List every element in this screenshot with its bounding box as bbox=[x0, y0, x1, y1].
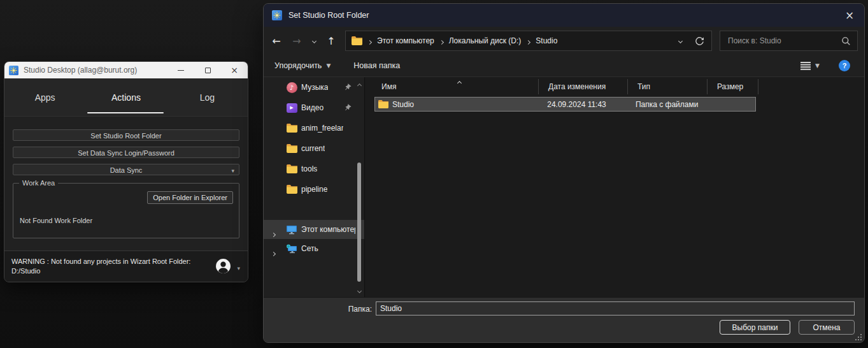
set-studio-root-folder-button[interactable]: Set Studio Root Folder bbox=[13, 129, 239, 141]
column-header-modified[interactable]: Дата изменения bbox=[539, 79, 628, 94]
studio-status-bar: WARNING : Not found any projects in Wiza… bbox=[4, 250, 248, 282]
open-folder-in-explorer-button[interactable]: Open Folder in Explorer bbox=[147, 191, 233, 204]
file-type: Папка с файлами bbox=[626, 98, 705, 111]
dialog-main-area: ♪ Музыка ▶ Видео anim_freelance_ current bbox=[264, 77, 864, 297]
chevron-down-icon: ▼ bbox=[326, 62, 331, 69]
music-icon: ♪ bbox=[286, 82, 297, 92]
network-icon bbox=[286, 243, 297, 254]
chevron-down-icon: ▾ bbox=[231, 166, 234, 176]
work-area-title: Work Area bbox=[19, 179, 58, 187]
work-area-status: Not Found Work Folder bbox=[20, 217, 92, 224]
address-bar[interactable]: Этот компьютер Локальный диск (D:) Studi… bbox=[345, 31, 712, 51]
folder-icon bbox=[286, 184, 297, 194]
data-sync-dropdown[interactable]: Data Sync▾ bbox=[13, 164, 239, 175]
work-area-group: Work Area Open Folder in Explorer Not Fo… bbox=[13, 183, 239, 238]
dialog-footer: Папка: Выбор папки Отмена bbox=[264, 297, 864, 342]
column-header-name[interactable]: Имя bbox=[365, 79, 539, 94]
scrollbar-thumb[interactable] bbox=[357, 163, 361, 282]
breadcrumb-separator-icon bbox=[527, 35, 530, 47]
file-name: Studio bbox=[392, 100, 414, 109]
chevron-right-icon[interactable] bbox=[272, 247, 275, 258]
minimize-button[interactable] bbox=[167, 62, 194, 78]
column-headers: Имя Дата изменения Тип Размер bbox=[365, 79, 758, 94]
column-header-type[interactable]: Тип bbox=[628, 79, 708, 94]
user-avatar-icon[interactable] bbox=[215, 258, 231, 274]
close-button[interactable]: × bbox=[221, 62, 248, 78]
cancel-button[interactable]: Отмена bbox=[799, 320, 855, 335]
address-dropdown-button[interactable] bbox=[671, 31, 690, 50]
file-size bbox=[705, 98, 755, 111]
studio-tabs: Apps Actions Log bbox=[4, 78, 248, 117]
tab-actions[interactable]: Actions bbox=[85, 92, 166, 103]
breadcrumb-this-pc[interactable]: Этот компьютер bbox=[377, 36, 434, 45]
scroll-down-icon[interactable] bbox=[358, 284, 361, 295]
file-modified: 24.09.2024 11:43 bbox=[537, 98, 626, 111]
search-box[interactable] bbox=[720, 31, 858, 51]
breadcrumb-local-disk-d[interactable]: Локальный диск (D:) bbox=[449, 36, 522, 45]
dialog-close-button[interactable]: × bbox=[835, 4, 864, 27]
up-button[interactable]: ↑ bbox=[321, 31, 341, 51]
folder-icon bbox=[286, 143, 297, 154]
set-data-sync-login-button[interactable]: Set Data Sync Login/Password bbox=[13, 147, 239, 158]
sidebar-scrollbar[interactable] bbox=[357, 85, 361, 288]
folder-icon bbox=[351, 36, 362, 46]
folder-icon bbox=[286, 164, 297, 174]
studio-window-titlebar[interactable]: Studio Desktop (allag@burut.org) × bbox=[4, 62, 248, 78]
folder-name-input[interactable] bbox=[376, 301, 855, 315]
command-toolbar: Упорядочить▼ Новая папка ▼ ? bbox=[264, 55, 864, 77]
actions-panel: Set Studio Root Folder Set Data Sync Log… bbox=[4, 117, 248, 250]
sidebar-item-this-pc[interactable]: Этот компьютер bbox=[264, 220, 364, 239]
sidebar-item-pipeline[interactable]: pipeline bbox=[264, 179, 364, 199]
breadcrumb-separator-icon bbox=[368, 35, 371, 47]
chevron-down-icon[interactable]: ▾ bbox=[237, 265, 240, 272]
sidebar-item-music[interactable]: ♪ Музыка bbox=[264, 77, 364, 98]
video-icon: ▶ bbox=[286, 103, 297, 113]
forward-button[interactable]: → bbox=[287, 31, 307, 51]
warning-text: WARNING : Not found any projects in Wiza… bbox=[11, 257, 207, 277]
sidebar-item-video[interactable]: ▶ Видео bbox=[264, 98, 364, 118]
back-button[interactable]: ← bbox=[266, 31, 287, 51]
breadcrumb-studio[interactable]: Studio bbox=[536, 36, 557, 45]
folder-icon bbox=[378, 100, 388, 108]
pin-icon bbox=[343, 83, 352, 91]
tab-apps[interactable]: Apps bbox=[4, 92, 85, 103]
maximize-button[interactable] bbox=[194, 62, 221, 78]
chevron-down-icon: ▼ bbox=[815, 62, 820, 69]
studio-window-title: Studio Desktop (allag@burut.org) bbox=[24, 66, 167, 75]
set-studio-root-folder-dialog: Set Studio Root Folder × ← → ↑ Этот комп… bbox=[263, 3, 865, 343]
chevron-right-icon[interactable] bbox=[272, 228, 275, 239]
active-tab-underline bbox=[87, 112, 164, 113]
column-header-size[interactable]: Размер bbox=[708, 79, 758, 94]
navigation-bar: ← → ↑ Этот компьютер Локальный диск (D:)… bbox=[264, 27, 864, 55]
sidebar-item-tools[interactable]: tools bbox=[264, 159, 364, 179]
studio-desktop-window: Studio Desktop (allag@burut.org) × Apps … bbox=[4, 61, 248, 282]
resize-grip[interactable] bbox=[855, 334, 862, 340]
folder-icon bbox=[286, 123, 297, 133]
search-input[interactable] bbox=[727, 36, 841, 46]
recent-locations-button[interactable] bbox=[307, 31, 321, 51]
chevron-down-icon bbox=[311, 38, 316, 43]
pin-icon bbox=[343, 103, 352, 112]
sidebar-item-network[interactable]: Сеть bbox=[264, 239, 364, 258]
refresh-icon[interactable] bbox=[690, 31, 709, 50]
computer-icon bbox=[286, 224, 297, 235]
sort-ascending-icon bbox=[458, 78, 461, 87]
file-row-studio[interactable]: Studio 24.09.2024 11:43 Папка с файлами bbox=[374, 97, 756, 112]
help-icon[interactable]: ? bbox=[839, 60, 850, 71]
organize-menu-button[interactable]: Упорядочить▼ bbox=[274, 61, 331, 70]
choose-folder-button[interactable]: Выбор папки bbox=[720, 320, 790, 335]
navigation-pane: ♪ Музыка ▶ Видео anim_freelance_ current bbox=[264, 77, 364, 297]
studio-app-icon bbox=[9, 66, 18, 75]
file-list-area[interactable]: Имя Дата изменения Тип Размер Studio 24.… bbox=[365, 77, 864, 297]
list-view-icon bbox=[800, 62, 811, 70]
new-folder-button[interactable]: Новая папка bbox=[353, 61, 400, 70]
sidebar-item-anim-freelance[interactable]: anim_freelance_ bbox=[264, 118, 364, 138]
folder-name-label: Папка: bbox=[264, 305, 372, 314]
sidebar-item-current[interactable]: current bbox=[264, 138, 364, 159]
search-icon bbox=[841, 36, 851, 46]
dialog-title: Set Studio Root Folder bbox=[288, 11, 835, 20]
change-view-button[interactable]: ▼ bbox=[800, 62, 820, 70]
tab-log[interactable]: Log bbox=[167, 92, 248, 103]
dialog-titlebar[interactable]: Set Studio Root Folder × bbox=[264, 4, 864, 27]
breadcrumb-separator-icon bbox=[440, 35, 443, 47]
